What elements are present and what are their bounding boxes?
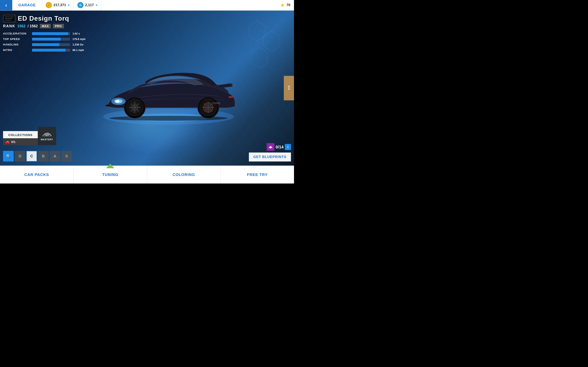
filter-a-button[interactable]: A: [50, 151, 60, 161]
stat-label: HANDLING: [3, 43, 30, 46]
gold-icon: G: [46, 2, 52, 8]
car-logo: [3, 15, 15, 22]
car-packs-nav[interactable]: CAR PACKS: [0, 166, 73, 184]
stat-bar-fill: [32, 38, 61, 41]
stat-label: TOP SPEED: [3, 38, 30, 41]
stat-bar-bg: [32, 43, 70, 46]
stat-bar-bg: [32, 49, 70, 52]
car-image-area: TORQ: [92, 47, 276, 149]
stat-bar-fill: [32, 43, 60, 46]
filter-s-button[interactable]: S: [61, 151, 72, 161]
rank-label: RANK: [3, 24, 15, 28]
svg-point-46: [109, 116, 228, 121]
collections-num: 0/1: [11, 140, 16, 143]
blueprints-panel: 0/14 i GET BLUEPRINTS: [249, 143, 291, 161]
get-blueprints-button[interactable]: GET BLUEPRINTS: [249, 152, 291, 161]
max-badge: MAX: [40, 24, 51, 28]
mastery-car-icon: [42, 131, 53, 137]
collections-title: COLLECTIONS: [6, 133, 35, 137]
stats-panel: ED Design Torq RANK 1562 / 1562 MAX PRO …: [3, 15, 89, 54]
car-logo-lines: [5, 17, 14, 21]
side-panel-hint[interactable]: GA: [284, 76, 294, 100]
gem-value: 2,117: [85, 3, 94, 7]
blueprint-icon-svg: [268, 145, 273, 149]
stat-bar-bg: [32, 32, 70, 35]
bottom-nav: CAR PACKS TUNING COLORING FREE TRY: [0, 166, 294, 184]
logo-line-3: [5, 20, 11, 21]
rank-current: 1562: [17, 24, 26, 28]
filter-row: 🔍 D C B A S: [3, 151, 72, 161]
blueprint-count-row: 0/14 i: [267, 143, 291, 151]
stat-label: ACCELERATION: [3, 32, 30, 35]
blue-gem-icon: [77, 2, 84, 8]
tuning-indicator: [106, 164, 114, 168]
stat-row: ACCELERATION1.62 s: [3, 32, 89, 35]
car-name: ED Design Torq: [18, 15, 69, 22]
car-mini-icon: 🚗: [5, 140, 9, 144]
blueprint-count: 0/14: [276, 145, 284, 150]
blue-currency-section: 2,117 +: [74, 0, 102, 10]
rank-row: RANK 1562 / 1562 MAX PRO: [3, 24, 89, 28]
free-try-nav[interactable]: FREE TRY: [221, 166, 294, 184]
filter-b-button[interactable]: B: [38, 151, 49, 161]
collections-count-bar: 🚗 0/1: [3, 138, 38, 145]
car-packs-label: CAR PACKS: [24, 173, 49, 177]
tuning-nav[interactable]: TUNING: [73, 166, 147, 184]
svg-point-54: [271, 148, 272, 149]
svg-rect-15: [227, 83, 233, 84]
stat-label: NITRO: [3, 49, 30, 52]
svg-point-18: [115, 100, 120, 103]
coloring-label: COLORING: [173, 173, 195, 177]
logo-line-2: [5, 18, 12, 19]
car-image: TORQ: [92, 47, 245, 125]
stat-bar-fill: [32, 32, 68, 35]
stat-bar-fill: [32, 49, 66, 52]
mastery-label: MASTERY: [41, 138, 53, 141]
car-name-row: ED Design Torq: [3, 15, 89, 22]
search-filter-button[interactable]: 🔍: [3, 151, 14, 161]
tuning-label: TUNING: [102, 173, 118, 177]
back-icon: ‹: [5, 2, 7, 8]
stat-value: 179.8 mph: [72, 38, 89, 41]
svg-point-48: [44, 136, 45, 137]
blueprint-info-button[interactable]: i: [285, 144, 291, 150]
stat-row: HANDLING1.236 Gs: [3, 43, 89, 46]
stat-rows: ACCELERATION1.62 sTOP SPEED179.8 mphHAND…: [3, 32, 89, 52]
mastery-box[interactable]: MASTERY: [38, 127, 56, 145]
coloring-nav[interactable]: COLORING: [147, 166, 221, 184]
svg-text:TORQ: TORQ: [212, 102, 221, 104]
svg-text:G: G: [48, 4, 50, 6]
stat-value: 66.1 mph: [72, 49, 89, 52]
stat-row: TOP SPEED179.8 mph: [3, 38, 89, 41]
stat-value: 1.236 Gs: [72, 43, 89, 46]
top-bar: ‹ GARAGE G 217,371 + 2,117 + ★ 70: [0, 0, 294, 11]
gold-plus[interactable]: +: [68, 3, 70, 7]
stat-value: 1.62 s: [72, 32, 89, 35]
star-icon: ★: [280, 2, 285, 8]
main-area: ED Design Torq RANK 1562 / 1562 MAX PRO …: [0, 11, 294, 166]
svg-point-50: [49, 136, 50, 137]
gold-currency-section: G 217,371 +: [42, 0, 74, 10]
garage-label: GARAGE: [12, 0, 42, 10]
collections-panel: COLLECTIONS 🚗 0/1 MASTERY: [3, 127, 56, 145]
stat-row: NITRO66.1 mph: [3, 49, 89, 52]
filter-d-button[interactable]: D: [15, 151, 25, 161]
filter-c-button[interactable]: C: [26, 151, 37, 161]
svg-rect-19: [229, 96, 233, 98]
pro-badge: PRO: [53, 24, 64, 28]
gold-value: 217,371: [53, 3, 66, 7]
collections-box: COLLECTIONS 🚗 0/1: [3, 131, 38, 145]
free-try-label: FREE TRY: [247, 173, 268, 177]
star-section: ★ 70: [277, 0, 294, 10]
stat-bar-bg: [32, 38, 70, 41]
gem-plus[interactable]: +: [95, 3, 98, 7]
svg-point-52: [269, 148, 269, 149]
blueprint-car-icon: [267, 143, 274, 151]
info-icon: i: [287, 145, 288, 149]
star-value: 70: [286, 3, 290, 7]
back-button[interactable]: ‹: [0, 0, 12, 10]
rank-separator: / 1562: [27, 24, 38, 28]
logo-line-1: [5, 17, 14, 17]
